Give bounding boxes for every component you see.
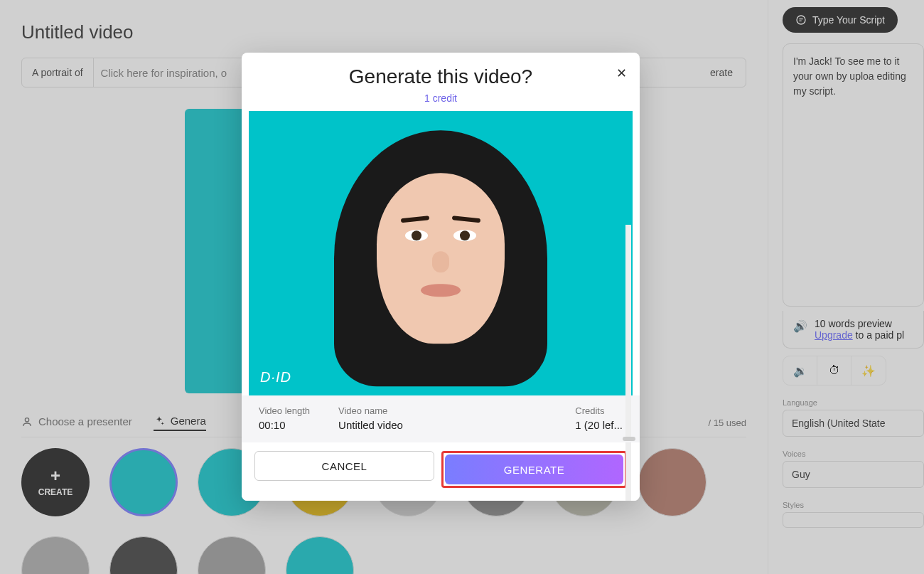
modal-horizontal-scrollbar[interactable] — [242, 437, 640, 442]
credits-value: 1 (20 lef... — [575, 419, 623, 431]
video-length-label: Video length — [259, 405, 310, 416]
video-name-value: Untitled video — [338, 419, 403, 431]
generate-button-highlight: GENERATE — [441, 451, 627, 488]
modal-preview-image: D·ID — [249, 111, 633, 395]
credits-label: Credits — [575, 405, 623, 416]
generate-video-modal: Generate this video? ✕ 1 credit D·ID Vid… — [242, 53, 640, 501]
video-length-value: 00:10 — [259, 419, 310, 431]
close-icon: ✕ — [616, 66, 627, 80]
close-button[interactable]: ✕ — [616, 65, 627, 81]
modal-credit: 1 credit — [259, 92, 623, 104]
generate-button[interactable]: GENERATE — [445, 455, 623, 484]
modal-info: Video length 00:10 Video name Untitled v… — [242, 395, 640, 437]
video-name-label: Video name — [338, 405, 403, 416]
modal-scrollbar[interactable] — [625, 225, 631, 501]
cancel-button[interactable]: CANCEL — [254, 451, 434, 481]
watermark: D·ID — [260, 369, 291, 386]
modal-title: Generate this video? — [259, 65, 623, 88]
